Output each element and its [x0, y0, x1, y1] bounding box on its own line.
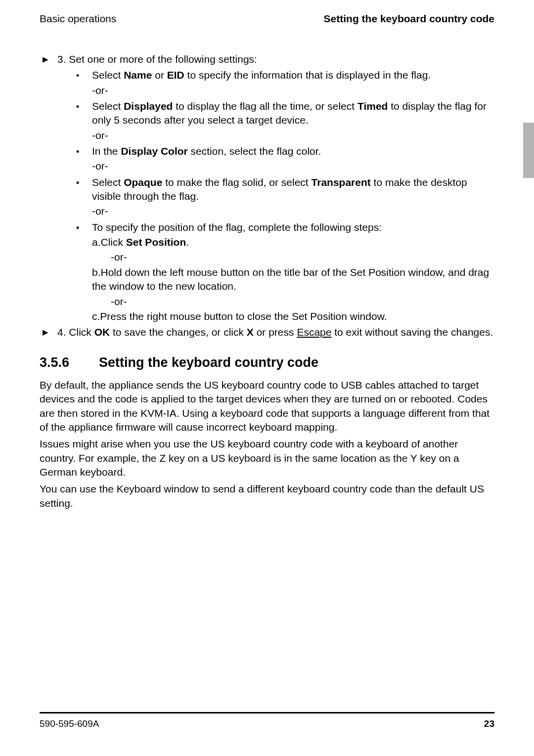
section-number: 3.5.6	[40, 354, 99, 371]
bullet-5: • To specify the position of the flag, c…	[76, 221, 494, 323]
bullet-5-intro: To specify the position of the flag, com…	[92, 222, 382, 233]
step-arrow-icon: ▶	[40, 52, 57, 64]
page-footer: 590-595-609A 23	[40, 712, 494, 729]
step-4: ▶ 4. Click OK to save the changes, or cl…	[40, 325, 494, 339]
page-number: 23	[484, 718, 494, 729]
sub-c: c.Press the right mouse button to close …	[92, 310, 494, 323]
or-text: -or-	[111, 295, 494, 309]
step-4-text: 4. Click OK to save the changes, or clic…	[57, 325, 494, 339]
bullet-icon: •	[76, 144, 92, 174]
bullet-1: • Select Name or EID to specify the info…	[76, 68, 494, 97]
page-header: Basic operations Setting the keyboard co…	[40, 13, 494, 25]
section-title: Setting the keyboard country code	[99, 355, 318, 370]
step-arrow-icon: ▶	[40, 325, 57, 337]
sub-b: b.Hold down the left mouse button on the…	[92, 266, 494, 294]
paragraph-3: You can use the Keyboard window to send …	[40, 482, 494, 510]
or-text: -or-	[92, 84, 494, 97]
bullet-2: • Select Displayed to display the flag a…	[76, 99, 494, 142]
bullet-icon: •	[76, 221, 92, 323]
thumb-tab	[523, 123, 534, 178]
bullet-5-text: To specify the position of the flag, com…	[92, 221, 494, 323]
sub-a: a.Click Set Position.	[92, 235, 494, 249]
content: ▶ 3. Set one or more of the following se…	[40, 52, 494, 510]
page: Basic operations Setting the keyboard co…	[0, 0, 534, 756]
paragraph-2: Issues might arise when you use the US k…	[40, 437, 494, 479]
header-right: Setting the keyboard country code	[324, 13, 494, 25]
bullet-4-text: Select Opaque to make the flag solid, or…	[92, 176, 494, 219]
bullet-icon: •	[76, 68, 92, 97]
bullet-icon: •	[76, 99, 92, 142]
paragraph-1: By default, the appliance sends the US k…	[40, 378, 494, 434]
step-3-bullets: • Select Name or EID to specify the info…	[76, 68, 494, 323]
or-text: -or-	[92, 129, 494, 142]
step-3: ▶ 3. Set one or more of the following se…	[40, 52, 494, 66]
bullet-3-text: In the Display Color section, select the…	[92, 144, 494, 174]
doc-number: 590-595-609A	[40, 718, 99, 729]
or-text: -or-	[92, 159, 494, 173]
bullet-icon: •	[76, 176, 92, 219]
or-text: -or-	[111, 250, 494, 264]
bullet-2-text: Select Displayed to display the flag all…	[92, 99, 494, 142]
bullet-3: • In the Display Color section, select t…	[76, 144, 494, 174]
sub-list: a.Click Set Position. -or- b.Hold down t…	[92, 235, 494, 323]
bullet-4: • Select Opaque to make the flag solid, …	[76, 176, 494, 219]
section-heading: 3.5.6Setting the keyboard country code	[40, 354, 494, 371]
or-text: -or-	[92, 204, 494, 218]
step-3-text: 3. Set one or more of the following sett…	[57, 52, 494, 66]
header-left: Basic operations	[40, 13, 116, 25]
bullet-1-text: Select Name or EID to specify the inform…	[92, 68, 494, 97]
